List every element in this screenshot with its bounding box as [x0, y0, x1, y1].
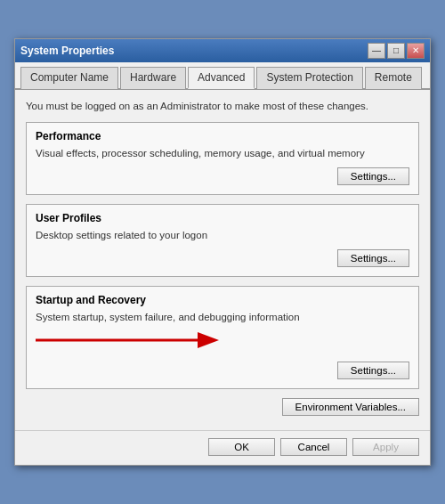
user-profiles-btn-area: Settings...	[36, 249, 409, 267]
window-title: System Properties	[20, 45, 114, 57]
startup-recovery-settings-button[interactable]: Settings...	[337, 362, 409, 379]
minimize-button[interactable]: —	[368, 43, 385, 59]
bottom-button-bar: OK Cancel Apply	[15, 430, 430, 465]
startup-recovery-section: Startup and Recovery System startup, sys…	[26, 286, 419, 389]
env-variables-btn-area: Environment Variables...	[26, 398, 419, 416]
performance-desc: Visual effects, processor scheduling, me…	[36, 146, 409, 160]
tab-system-protection[interactable]: System Protection	[256, 67, 362, 89]
close-button[interactable]: ✕	[407, 43, 425, 59]
startup-recovery-btn-area: Settings...	[36, 362, 409, 379]
tab-bar: Computer Name Hardware Advanced System P…	[15, 62, 430, 90]
ok-button[interactable]: OK	[208, 438, 275, 456]
cancel-button[interactable]: Cancel	[280, 438, 347, 456]
startup-recovery-title: Startup and Recovery	[36, 294, 409, 306]
maximize-button[interactable]: □	[387, 43, 405, 59]
apply-button[interactable]: Apply	[352, 438, 419, 456]
performance-btn-area: Settings...	[36, 167, 409, 185]
startup-recovery-desc: System startup, system failure, and debu…	[36, 310, 409, 324]
tab-hardware[interactable]: Hardware	[120, 67, 186, 89]
performance-title: Performance	[36, 130, 409, 142]
environment-variables-button[interactable]: Environment Variables...	[282, 398, 419, 416]
arrow-area	[36, 328, 409, 354]
tab-content: You must be logged on as an Administrato…	[15, 90, 430, 430]
user-profiles-section: User Profiles Desktop settings related t…	[26, 204, 419, 277]
user-profiles-title: User Profiles	[36, 212, 409, 224]
system-properties-window: System Properties — □ ✕ Computer Name Ha…	[14, 38, 431, 466]
title-bar-controls: — □ ✕	[368, 43, 425, 59]
title-bar: System Properties — □ ✕	[15, 39, 430, 62]
user-profiles-settings-button[interactable]: Settings...	[337, 249, 409, 267]
red-arrow-icon	[36, 328, 231, 353]
user-profiles-desc: Desktop settings related to your logon	[36, 228, 409, 242]
tab-computer-name[interactable]: Computer Name	[20, 67, 118, 89]
tab-advanced[interactable]: Advanced	[188, 67, 255, 89]
tab-remote[interactable]: Remote	[365, 67, 422, 89]
performance-settings-button[interactable]: Settings...	[337, 167, 409, 185]
performance-section: Performance Visual effects, processor sc…	[26, 122, 419, 195]
admin-info-text: You must be logged on as an Administrato…	[26, 99, 419, 113]
